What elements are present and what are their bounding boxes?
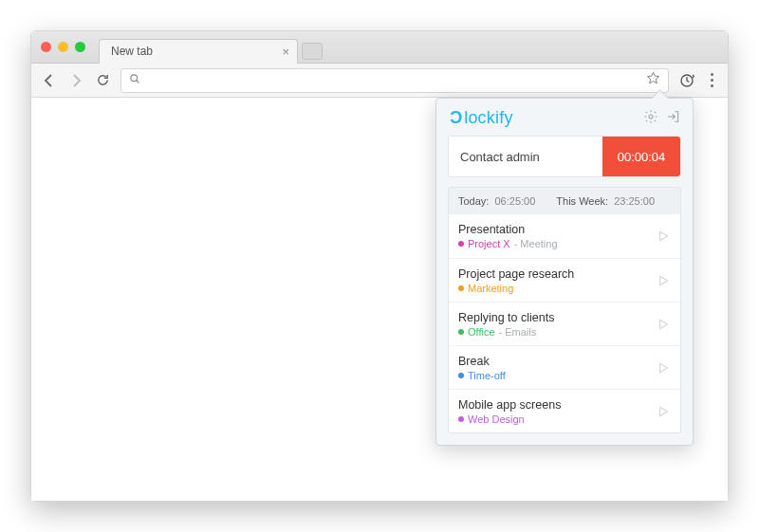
time-summary: Today: 06:25:00 This Week: 23:25:00 — [448, 187, 681, 214]
entry-project: Time-off — [468, 370, 506, 381]
play-icon[interactable] — [656, 317, 671, 332]
entry-title: Break — [458, 355, 506, 368]
entry-project: Project X — [468, 238, 510, 249]
entry-title: Project page research — [458, 267, 574, 281]
tab-close-button[interactable]: × — [282, 45, 289, 59]
play-icon[interactable] — [656, 273, 671, 288]
browser-toolbar — [31, 64, 728, 98]
browser-window: New tab × — [30, 30, 729, 502]
clockify-logo: Clockify — [450, 108, 513, 128]
back-button[interactable] — [41, 72, 58, 89]
browser-tab[interactable]: New tab × — [99, 39, 298, 64]
bookmark-star-icon[interactable] — [646, 71, 660, 89]
time-entry[interactable]: PresentationProject X - Meeting — [449, 214, 680, 258]
minimize-window-button[interactable] — [58, 42, 68, 52]
entry-title: Presentation — [458, 223, 558, 236]
entry-project: Marketing — [468, 283, 513, 294]
time-entry[interactable]: Replying to clientsOffice - Emails — [449, 302, 680, 345]
svg-point-0 — [131, 75, 138, 82]
browser-menu-button[interactable] — [705, 73, 718, 87]
entry-task: - Meeting — [514, 238, 558, 249]
project-color-dot — [458, 285, 464, 291]
settings-icon[interactable] — [643, 109, 658, 128]
entry-subline: Project X - Meeting — [458, 238, 558, 249]
entry-title: Replying to clients — [458, 311, 554, 324]
time-entry[interactable]: Mobile app screensWeb Design — [449, 389, 680, 432]
clockify-extension-icon[interactable] — [678, 72, 695, 89]
play-icon[interactable] — [656, 229, 671, 244]
maximize-window-button[interactable] — [75, 42, 85, 52]
reload-button[interactable] — [94, 72, 111, 89]
entry-task: - Emails — [499, 326, 537, 338]
logout-icon[interactable] — [666, 109, 681, 128]
tracker-description[interactable]: Contact admin — [460, 150, 540, 164]
play-icon[interactable] — [656, 360, 671, 376]
current-tracker: Contact admin 00:00:04 — [448, 136, 681, 177]
timer-button[interactable]: 00:00:04 — [602, 137, 680, 176]
close-window-button[interactable] — [41, 42, 51, 52]
project-color-dot — [458, 416, 464, 422]
entry-subline: Office - Emails — [458, 326, 554, 338]
window-controls — [41, 42, 85, 52]
entry-subline: Marketing — [458, 283, 574, 294]
clock-icon: C — [450, 108, 462, 128]
new-tab-button[interactable] — [302, 43, 323, 60]
entry-title: Mobile app screens — [458, 398, 561, 412]
project-color-dot — [458, 373, 464, 378]
entry-project: Web Design — [468, 413, 525, 425]
time-entry[interactable]: BreakTime-off — [449, 345, 680, 389]
play-icon[interactable] — [656, 404, 671, 419]
tab-title: New tab — [111, 45, 153, 58]
entry-subline: Time-off — [458, 370, 506, 381]
svg-line-1 — [137, 81, 139, 83]
entry-project: Office — [468, 326, 495, 338]
search-icon — [129, 73, 140, 87]
popup-header: Clockify — [436, 99, 693, 136]
entry-subline: Web Design — [458, 413, 561, 425]
svg-point-3 — [649, 115, 653, 119]
address-bar[interactable] — [120, 68, 669, 93]
summary-today: Today: 06:25:00 — [458, 195, 535, 207]
forward-button[interactable] — [67, 72, 84, 89]
timer-value: 00:00:04 — [618, 150, 666, 164]
titlebar: New tab × — [31, 31, 728, 64]
project-color-dot — [458, 329, 464, 335]
time-entries-list: PresentationProject X - MeetingProject p… — [448, 214, 681, 433]
project-color-dot — [458, 241, 464, 247]
summary-week: This Week: 23:25:00 — [556, 195, 655, 207]
clockify-popup: Clockify Contact admin 00:00:04 Today: 0… — [435, 98, 694, 446]
time-entry[interactable]: Project page researchMarketing — [449, 258, 680, 302]
